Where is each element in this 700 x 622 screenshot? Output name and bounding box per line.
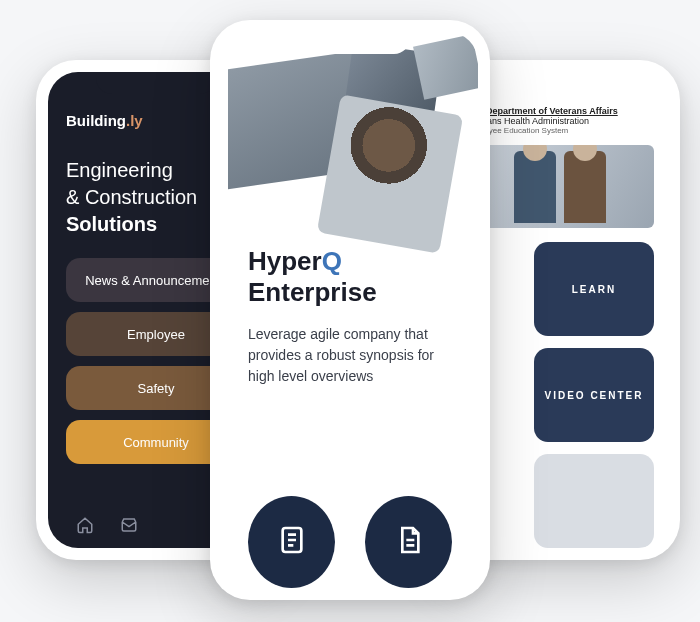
- hero-photo-shard: [413, 34, 478, 99]
- va-header: U.S. Department of Veterans Affairs Vete…: [466, 106, 654, 135]
- phone-hyperq: HyperQ Enterprise Leverage agile company…: [210, 20, 490, 600]
- person-illustration: [564, 151, 606, 223]
- brand-prefix: Building: [66, 112, 126, 129]
- notch: [96, 72, 216, 94]
- va-header-line-2: Veterans Health Administration: [466, 116, 654, 126]
- hero-line-3: Solutions: [66, 213, 157, 235]
- title-accent: Q: [322, 246, 342, 276]
- brand-suffix: .ly: [126, 112, 143, 129]
- tile-learn[interactable]: LEARN: [534, 242, 654, 336]
- home-icon[interactable]: [76, 516, 94, 538]
- app-description: Leverage agile company that provides a r…: [248, 324, 452, 387]
- action-circle-row: [222, 476, 478, 588]
- checklist-icon: [276, 524, 308, 560]
- hero-line-1: Engineering: [66, 159, 173, 181]
- hero-line-2: & Construction: [66, 186, 197, 208]
- hero-portrait: [317, 94, 463, 253]
- person-illustration: [514, 151, 556, 223]
- inbox-icon[interactable]: [120, 516, 138, 538]
- notch: [500, 72, 620, 94]
- center-body: HyperQ Enterprise Leverage agile company…: [222, 232, 478, 387]
- va-hero-image: [466, 145, 654, 228]
- title-prefix: Hyper: [248, 246, 322, 276]
- tile-video-center[interactable]: VIDEO CENTER: [534, 348, 654, 442]
- tile-more[interactable]: [534, 454, 654, 548]
- document-icon: [393, 524, 425, 560]
- notch: [290, 32, 410, 54]
- va-header-line-3: Employee Education System: [466, 126, 654, 135]
- action-document-button[interactable]: [365, 496, 452, 588]
- va-header-line-1: U.S. Department of Veterans Affairs: [466, 106, 654, 116]
- app-subtitle: Enterprise: [248, 277, 452, 308]
- tile-grid: LEARN VIDEO CENTER: [466, 242, 654, 548]
- hero-collage: [222, 32, 478, 232]
- action-checklist-button[interactable]: [248, 496, 335, 588]
